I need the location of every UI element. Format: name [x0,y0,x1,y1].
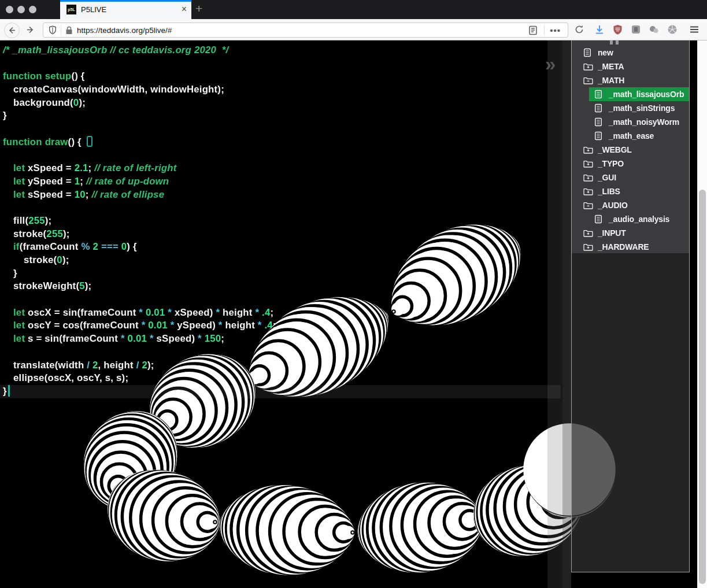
tree-item-_META[interactable]: _META [572,60,689,73]
extension-icon[interactable] [631,24,642,36]
folder-plus-icon [583,243,593,252]
code-line[interactable]: let oscX = sin(frameCount * 0.01 * xSpee… [0,306,561,320]
code-token: 255 [28,215,45,226]
code-token: ; [273,320,276,331]
overlay-strip [547,40,562,588]
page-actions-icon[interactable]: ••• [550,25,561,35]
close-window-button[interactable] [6,6,13,13]
file-tree: new_META_MATH_math_lissajousOrb_math_sin… [572,46,689,254]
extension-icon[interactable] [667,24,679,36]
tree-item-new[interactable]: new [572,46,689,60]
code-line[interactable] [0,149,561,162]
code-line[interactable] [0,201,561,215]
extension-icon[interactable] [649,24,660,36]
code-line[interactable]: createCanvas(windowWidth, windowHeight); [0,83,561,97]
tree-item-_WEBGL[interactable]: _WEBGL [572,143,689,157]
tree-item-_math_ease[interactable]: _math_ease [572,129,689,143]
code-line[interactable]: fill(255); [0,215,561,228]
code-token: } [13,268,17,279]
code-token: () { [71,71,84,82]
code-token: stroke( [13,228,46,239]
code-line[interactable]: } [0,109,561,123]
download-icon[interactable] [594,24,606,36]
code-line[interactable]: } [0,267,561,280]
menu-expand-chevron[interactable]: » [545,53,556,75]
ublock-origin-icon[interactable] [612,24,624,36]
code-line[interactable]: /* _math_lissajousOrb // cc teddavis.org… [0,44,561,57]
minimize-window-button[interactable] [17,6,25,13]
tree-item-_INPUT[interactable]: _INPUT [572,226,689,240]
page-scrollbar[interactable] [697,40,707,588]
code-token: ; [270,307,273,318]
code-token: 150 [205,333,221,344]
folder-plus-icon [583,160,593,168]
forward-button[interactable] [23,23,39,38]
code-line[interactable]: let sSpeed = 10; // rate of ellipse [0,188,561,202]
code-token: strokeWeight( [13,280,79,291]
code-line[interactable]: stroke(255); [0,228,561,241]
tree-item-label: _HARDWARE [598,242,649,252]
code-line[interactable]: let s = sin(frameCount * 0.01 * sSpeed) … [0,332,561,346]
code-token: xSpeed) [172,307,216,318]
tree-item-_GUI[interactable]: _GUI [572,171,689,184]
code-line[interactable]: translate(width / 2, height / 2); [0,359,561,372]
code-line[interactable]: } [0,385,561,398]
tree-item-_MATH[interactable]: _MATH [572,73,689,87]
tree-item-label: _math_lissajousOrb [609,90,684,99]
tree-item-_LIBS[interactable]: _LIBS [572,184,689,198]
code-line[interactable]: background(0); [0,97,561,110]
lock-icon[interactable] [65,26,73,37]
tree-item-_audio_analysis[interactable]: _audio_analysis [572,212,689,226]
tree-item-_AUDIO[interactable]: _AUDIO [572,198,689,212]
code-token: /* _math_lissajousOrb // cc teddavis.org… [3,45,228,56]
sketch-browser-panel: new_META_MATH_math_lissajousOrb_math_sin… [571,40,690,572]
new-tab-button[interactable]: + [195,2,202,16]
code-token: ); [63,228,70,239]
tab-title: P5LIVE [81,5,106,14]
overlay-strip [562,40,571,588]
tree-item-label: _audio_analysis [609,215,669,224]
code-line[interactable]: strokeWeight(5); [0,280,561,293]
code-token: height [223,320,258,331]
tree-item-_math_sinStrings[interactable]: _math_sinStrings [572,101,689,115]
code-token: if [13,241,20,252]
page-content: /* _math_lissajousOrb // cc teddavis.org… [0,40,707,588]
back-button[interactable] [4,23,20,38]
reload-icon[interactable] [574,24,586,36]
reader-mode-icon[interactable] [528,25,538,38]
code-line[interactable]: let oscY = cos(frameCount * 0.01 * ySpee… [0,319,561,332]
tree-item-_math_noisyWorm[interactable]: _math_noisyWorm [572,115,689,129]
tree-item-label: _LIBS [598,187,620,196]
code-token: ) { [127,241,136,252]
file-icon [594,90,604,99]
code-line[interactable] [0,293,561,306]
close-tab-icon[interactable]: × [182,4,187,14]
code-token: 2 [92,360,98,371]
code-line[interactable]: function draw() { [0,136,561,149]
code-line[interactable]: ellipse(oscX, oscY, s, s); [0,372,561,385]
url-text[interactable]: https://teddavis.org/p5live/# [77,26,172,35]
code-token: .4 [264,320,272,331]
code-line[interactable]: let ySpeed = 1; // rate of up-down [0,175,561,188]
scrollbar-thumb[interactable] [699,190,706,584]
code-token: % [81,241,90,252]
menu-icon[interactable] [689,24,701,36]
code-token: let [13,320,25,331]
tree-item-_TYPO[interactable]: _TYPO [572,157,689,171]
tree-item-_HARDWARE[interactable]: _HARDWARE [572,240,689,254]
code-line[interactable] [0,57,561,71]
code-token: 0.01 [146,307,165,318]
code-line[interactable]: function setup() { [0,70,561,83]
tree-item-_math_lissajousOrb[interactable]: _math_lissajousOrb [572,87,689,101]
code-line[interactable] [0,123,561,136]
code-line[interactable]: let xSpeed = 2.1; // rate of left-right [0,162,561,175]
code-line[interactable] [0,346,561,359]
code-line[interactable]: if(frameCount % 2 === 0) { [0,241,561,254]
code-editor[interactable]: /* _math_lissajousOrb // cc teddavis.org… [0,40,561,398]
code-token: 0.01 [148,320,167,331]
url-bar[interactable]: https://teddavis.org/p5live/# ••• [43,23,568,38]
tracking-protection-shield-icon[interactable] [49,25,57,37]
zoom-window-button[interactable] [29,6,36,13]
browser-tab[interactable]: p5L P5LIVE × [60,0,191,19]
code-line[interactable]: stroke(0); [0,254,561,267]
